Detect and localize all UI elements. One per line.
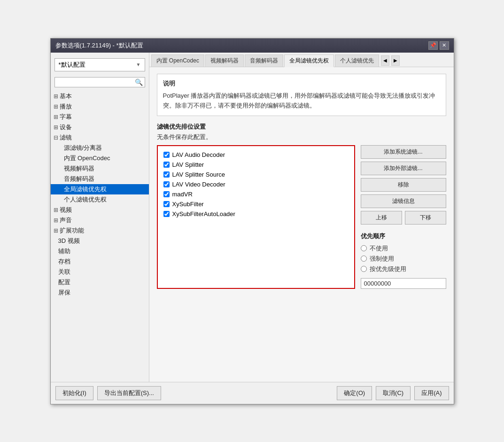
tab-personal-filter[interactable]: 个人滤镜优先 bbox=[335, 54, 379, 67]
sidebar-item-source-filter[interactable]: 源滤镜/分离器 bbox=[51, 143, 149, 153]
add-system-filter-button[interactable]: 添加系统滤镜... bbox=[361, 145, 446, 159]
close-button[interactable]: ✕ bbox=[440, 41, 449, 50]
filter-item-lav-splitter[interactable]: LAV Splitter bbox=[162, 160, 350, 170]
sidebar-item-video[interactable]: 视频 bbox=[51, 205, 149, 215]
sidebar-item-filter[interactable]: 滤镜 bbox=[51, 132, 149, 143]
filter-checkbox-xysubfilter-auto[interactable] bbox=[163, 211, 170, 217]
filter-list-box: LAV Audio Decoder LAV Splitter LAV Split… bbox=[157, 145, 355, 289]
filter-checkbox-xysubfilter[interactable] bbox=[163, 201, 170, 207]
tab-next-button[interactable]: ▶ bbox=[391, 55, 400, 66]
title-bar: 参数选项(1.7.21149) - *默认配置 📌 ✕ bbox=[51, 39, 454, 53]
tab-audio-decoder[interactable]: 音频解码器 bbox=[245, 54, 283, 67]
filter-checkbox-lav-video[interactable] bbox=[163, 181, 170, 187]
pin-button[interactable]: 📌 bbox=[428, 41, 438, 50]
sidebar-item-global-filter[interactable]: 全局滤镜优先权 bbox=[51, 184, 149, 194]
filter-buttons: 添加系统滤镜... 添加外部滤镜... 移除 滤镜信息 上移 下移 优先顺序 bbox=[361, 145, 446, 289]
move-buttons-row: 上移 下移 bbox=[361, 211, 446, 225]
radio-force-use-label: 强制使用 bbox=[370, 255, 394, 263]
filter-item-madvr[interactable]: madVR bbox=[162, 189, 350, 199]
sidebar-item-audio-decoder[interactable]: 音频解码器 bbox=[51, 174, 149, 184]
sidebar-item-basic[interactable]: 基本 bbox=[51, 91, 149, 101]
filter-item-lav-video[interactable]: LAV Video Decoder bbox=[162, 179, 350, 189]
filter-label-xysubfilter: XySubFilter bbox=[172, 201, 204, 208]
sidebar-item-device[interactable]: 设备 bbox=[51, 122, 149, 132]
sidebar-item-3dvideo[interactable]: 3D 视频 bbox=[51, 236, 149, 246]
filter-subtitle: 无条件保存此配置。 bbox=[157, 133, 446, 141]
filter-main: LAV Audio Decoder LAV Splitter LAV Split… bbox=[157, 145, 446, 289]
filter-label-lav-audio: LAV Audio Decoder bbox=[172, 151, 225, 158]
search-input[interactable] bbox=[57, 79, 135, 85]
radio-force-use[interactable] bbox=[361, 256, 367, 262]
config-dropdown[interactable]: *默认配置 ▼ bbox=[54, 58, 145, 71]
filter-label-xysubfilter-auto: XySubFilterAutoLoader bbox=[172, 210, 235, 217]
priority-title: 优先顺序 bbox=[361, 232, 446, 240]
filter-item-xysubfilter[interactable]: XySubFilter bbox=[162, 199, 350, 209]
description-title: 说明 bbox=[163, 79, 440, 89]
priority-radio-priority-use[interactable]: 按优先级使用 bbox=[361, 264, 446, 274]
sidebar-item-subtitle[interactable]: 字幕 bbox=[51, 112, 149, 122]
move-up-button[interactable]: 上移 bbox=[361, 211, 402, 225]
sidebar-item-builtin-opencodec[interactable]: 内置 OpenCodec bbox=[51, 153, 149, 163]
filter-checkbox-lav-splitter-source[interactable] bbox=[163, 171, 170, 178]
filter-label-lav-splitter-source: LAV Splitter Source bbox=[172, 171, 225, 178]
sidebar-item-audio[interactable]: 声音 bbox=[51, 215, 149, 225]
radio-no-use-label: 不使用 bbox=[370, 244, 388, 253]
main-window: 参数选项(1.7.21149) - *默认配置 📌 ✕ *默认配置 ▼ 🔍 基本… bbox=[50, 38, 454, 404]
filter-checkbox-lav-audio[interactable] bbox=[163, 152, 170, 158]
sidebar-item-playback[interactable]: 播放 bbox=[51, 101, 149, 112]
filter-item-lav-splitter-source[interactable]: LAV Splitter Source bbox=[162, 170, 350, 179]
add-external-filter-button[interactable]: 添加外部滤镜... bbox=[361, 162, 446, 175]
export-button[interactable]: 导出当前配置(S)... bbox=[97, 386, 161, 400]
priority-value-input[interactable] bbox=[361, 278, 446, 289]
dropdown-arrow-icon: ▼ bbox=[136, 62, 141, 67]
sidebar-search-box[interactable]: 🔍 bbox=[54, 77, 145, 87]
tab-video-decoder[interactable]: 视频解码器 bbox=[205, 54, 244, 67]
sidebar: *默认配置 ▼ 🔍 基本 播放 字幕 设备 滤镜 源滤镜/分离器 内置 Open… bbox=[51, 53, 149, 382]
filter-item-lav-audio[interactable]: LAV Audio Decoder bbox=[162, 150, 350, 160]
sidebar-item-archive[interactable]: 存档 bbox=[51, 256, 149, 267]
filter-label-lav-splitter: LAV Splitter bbox=[172, 161, 204, 168]
remove-filter-button[interactable]: 移除 bbox=[361, 178, 446, 192]
sidebar-item-config[interactable]: 配置 bbox=[51, 277, 149, 287]
sidebar-item-screensaver[interactable]: 屏保 bbox=[51, 287, 149, 298]
filter-section-title: 滤镜优先排位设置 bbox=[157, 123, 446, 131]
priority-radio-no-use[interactable]: 不使用 bbox=[361, 243, 446, 254]
title-bar-buttons: 📌 ✕ bbox=[428, 41, 449, 50]
priority-radio-force-use[interactable]: 强制使用 bbox=[361, 254, 446, 264]
window-body: *默认配置 ▼ 🔍 基本 播放 字幕 设备 滤镜 源滤镜/分离器 内置 Open… bbox=[51, 53, 454, 404]
priority-section: 优先顺序 不使用 强制使用 bbox=[361, 232, 446, 289]
content-area: 说明 PotPlayer 播放器内置的编解码器或滤镜已够用，用外部编解码器或滤镜… bbox=[149, 67, 454, 382]
apply-button[interactable]: 应用(A) bbox=[414, 386, 449, 400]
sidebar-item-assist[interactable]: 辅助 bbox=[51, 246, 149, 256]
radio-no-use[interactable] bbox=[361, 245, 367, 251]
ok-button[interactable]: 确定(O) bbox=[337, 386, 372, 400]
tab-global-filter[interactable]: 全局滤镜优先权 bbox=[284, 54, 334, 67]
move-down-button[interactable]: 下移 bbox=[405, 211, 446, 225]
filter-label-lav-video: LAV Video Decoder bbox=[172, 181, 225, 188]
filter-checkbox-madvr[interactable] bbox=[163, 191, 170, 197]
sidebar-item-relation[interactable]: 关联 bbox=[51, 267, 149, 277]
sidebar-item-personal-filter[interactable]: 个人滤镜优先权 bbox=[51, 194, 149, 205]
filter-info-button[interactable]: 滤镜信息 bbox=[361, 194, 446, 208]
right-panel: 内置 OpenCodec 视频解码器 音频解码器 全局滤镜优先权 个人滤镜优先 … bbox=[149, 53, 454, 382]
sidebar-item-extensions[interactable]: 扩展功能 bbox=[51, 225, 149, 236]
search-icon: 🔍 bbox=[135, 78, 143, 86]
cancel-button[interactable]: 取消(C) bbox=[376, 386, 411, 400]
description-box: 说明 PotPlayer 播放器内置的编解码器或滤镜已够用，用外部编解码器或滤镜… bbox=[157, 74, 446, 116]
init-button[interactable]: 初始化(I) bbox=[55, 386, 93, 400]
top-row: *默认配置 ▼ 🔍 基本 播放 字幕 设备 滤镜 源滤镜/分离器 内置 Open… bbox=[51, 53, 454, 382]
config-dropdown-label: *默认配置 bbox=[59, 61, 85, 69]
window-title: 参数选项(1.7.21149) - *默认配置 bbox=[55, 41, 143, 50]
tabs-bar: 内置 OpenCodec 视频解码器 音频解码器 全局滤镜优先权 个人滤镜优先 … bbox=[149, 53, 454, 67]
radio-priority-use-label: 按优先级使用 bbox=[370, 265, 406, 273]
sidebar-item-video-decoder[interactable]: 视频解码器 bbox=[51, 163, 149, 174]
description-text: PotPlayer 播放器内置的编解码器或滤镜已够用，用外部编解码器或滤镜可能会… bbox=[163, 91, 440, 111]
radio-priority-use[interactable] bbox=[361, 266, 367, 272]
tab-builtin-opencodec[interactable]: 内置 OpenCodec bbox=[151, 54, 204, 67]
bottom-bar: 初始化(I) 导出当前配置(S)... 确定(O) 取消(C) 应用(A) bbox=[51, 382, 454, 404]
tab-prev-button[interactable]: ◀ bbox=[381, 55, 389, 66]
filter-checkbox-lav-splitter[interactable] bbox=[163, 162, 170, 168]
filter-label-madvr: madVR bbox=[172, 191, 193, 198]
filter-item-xysubfilter-auto[interactable]: XySubFilterAutoLoader bbox=[162, 209, 350, 219]
